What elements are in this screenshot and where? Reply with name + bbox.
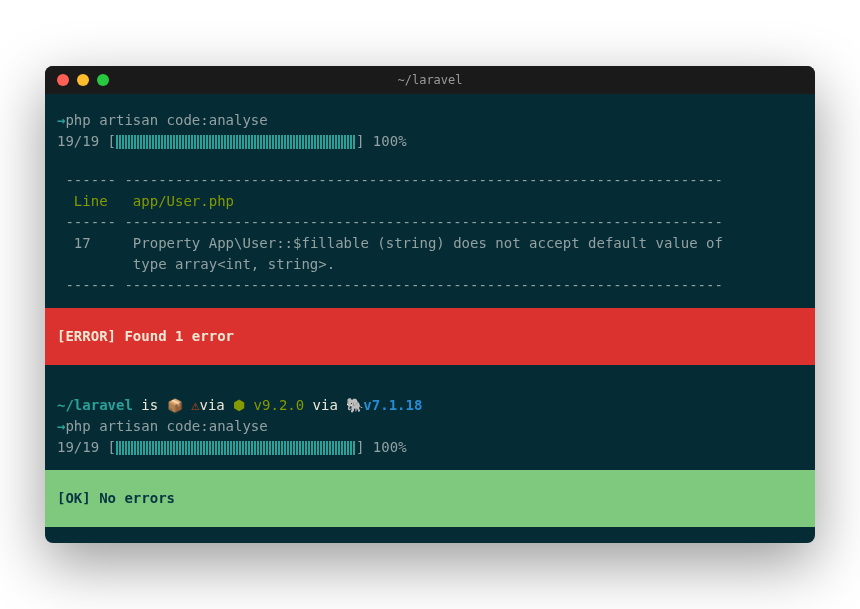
titlebar: ~/laravel bbox=[45, 66, 815, 94]
package-icon: 📦 bbox=[167, 396, 183, 416]
elephant-icon: 🐘 bbox=[346, 397, 363, 413]
node-icon: ⬢ bbox=[233, 397, 253, 413]
progress-suffix: ] 100% bbox=[356, 133, 407, 149]
php-version: v7.1.18 bbox=[363, 397, 422, 413]
cwd-path: ~/laravel bbox=[57, 397, 133, 413]
table-divider: ------ ---------------------------------… bbox=[57, 275, 803, 296]
progress-bar-icon bbox=[116, 441, 356, 455]
progress-line-2: 19/19 [] 100% bbox=[57, 437, 803, 458]
message-text: Property App\User::$fillable (string) do… bbox=[116, 235, 723, 251]
traffic-lights bbox=[57, 74, 109, 86]
window-title: ~/laravel bbox=[397, 73, 462, 87]
table-row: 17 Property App\User::$fillable (string)… bbox=[57, 233, 803, 254]
progress-prefix: 19/19 [ bbox=[57, 439, 116, 455]
terminal-window: ~/laravel →php artisan code:analyse 19/1… bbox=[45, 66, 815, 543]
file-header: app/User.php bbox=[116, 193, 234, 209]
terminal-body[interactable]: →php artisan code:analyse 19/19 [] 100% … bbox=[45, 94, 815, 543]
command-line-2: →php artisan code:analyse bbox=[57, 416, 803, 437]
minimize-icon[interactable] bbox=[77, 74, 89, 86]
table-divider: ------ ---------------------------------… bbox=[57, 212, 803, 233]
table-divider: ------ ---------------------------------… bbox=[57, 170, 803, 191]
error-banner: [ERROR] Found 1 error bbox=[45, 308, 815, 365]
prompt-status-line: ~/laravel is 📦 ⚠via ⬢ v9.2.0 via 🐘v7.1.1… bbox=[57, 395, 803, 416]
ok-banner: [OK] No errors bbox=[45, 470, 815, 527]
table-row: type array<int, string>. bbox=[57, 254, 803, 275]
table-header-row: Line app/User.php bbox=[57, 191, 803, 212]
progress-line-1: 19/19 [] 100% bbox=[57, 131, 803, 152]
line-number: 17 bbox=[57, 235, 116, 251]
progress-prefix: 19/19 [ bbox=[57, 133, 116, 149]
maximize-icon[interactable] bbox=[97, 74, 109, 86]
message-text: type array<int, string>. bbox=[57, 256, 335, 272]
node-version: v9.2.0 bbox=[254, 397, 305, 413]
close-icon[interactable] bbox=[57, 74, 69, 86]
command-line-1: →php artisan code:analyse bbox=[57, 110, 803, 131]
progress-suffix: ] 100% bbox=[356, 439, 407, 455]
progress-bar-icon bbox=[116, 135, 356, 149]
command-text: php artisan code:analyse bbox=[65, 418, 267, 434]
line-header: Line bbox=[57, 193, 116, 209]
command-text: php artisan code:analyse bbox=[65, 112, 267, 128]
